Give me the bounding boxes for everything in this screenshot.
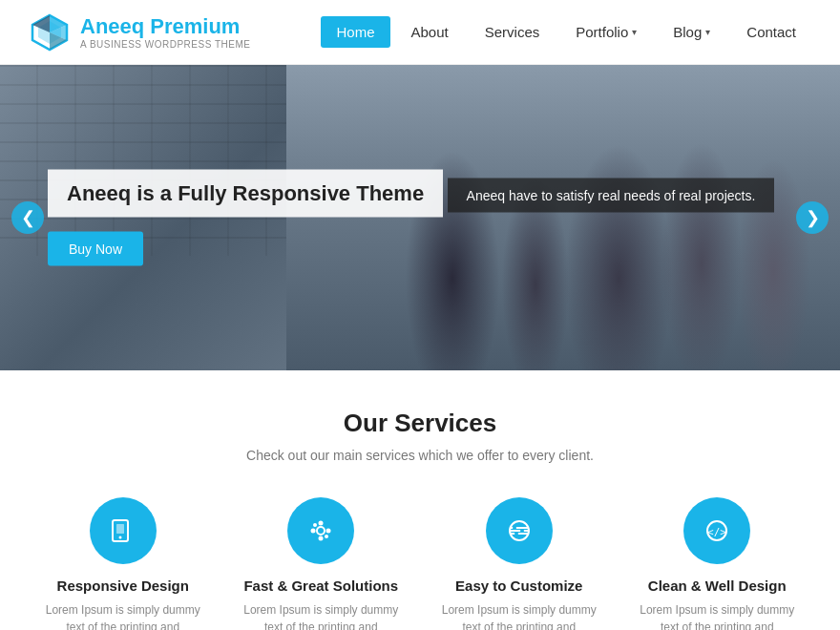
nav-contact[interactable]: Contact [731,16,811,48]
hero-slider: Aneeq is a Fully Responsive Theme Aneeq … [0,65,840,370]
service-card-responsive: Responsive Design Lorem Ipsum is simply … [29,497,218,630]
service-name-solutions: Fast & Great Solutions [243,578,398,594]
hero-title-box: Aneeq is a Fully Responsive Theme [48,170,443,218]
svg-point-12 [311,529,316,534]
svg-point-11 [319,536,324,541]
hero-subtitle-box: Aneeq have to satisfy real needs of real… [448,178,775,213]
logo-icon [29,11,71,53]
service-card-design: </> Clean & Well Design Lorem Ipsum is s… [623,497,812,630]
solutions-icon [287,497,354,564]
hero-content: Aneeq is a Fully Responsive Theme Aneeq … [48,170,840,266]
logo: AneeqPremium A Business Wordpress Theme [29,11,250,53]
service-desc-responsive: Lorem Ipsum is simply dummy text of the … [38,601,208,630]
slider-prev-icon: ❮ [21,207,35,228]
service-name-responsive: Responsive Design [57,578,189,594]
responsive-design-icon [90,497,157,564]
blog-dropdown-arrow: ▾ [705,27,710,37]
main-nav: Home About Services Portfolio ▾ Blog ▾ C… [321,16,811,48]
slider-prev-button[interactable]: ❮ [11,201,44,234]
nav-portfolio[interactable]: Portfolio ▾ [560,16,652,48]
service-card-customize: Easy to Customize Lorem Ipsum is simply … [425,497,614,630]
services-grid: Responsive Design Lorem Ipsum is simply … [29,497,811,630]
logo-tagline: A Business Wordpress Theme [80,39,250,50]
portfolio-dropdown-arrow: ▾ [632,27,637,37]
nav-services[interactable]: Services [470,16,556,48]
service-desc-design: Lorem Ipsum is simply dummy text of the … [633,601,803,630]
service-desc-customize: Lorem Ipsum is simply dummy text of the … [434,601,604,630]
svg-rect-8 [116,524,124,534]
service-name-design: Clean & Well Design [648,578,787,594]
svg-point-10 [319,521,324,526]
svg-point-22 [514,532,518,536]
hero-subtitle: Aneeq have to satisfy real needs of real… [467,188,756,203]
service-name-customize: Easy to Customize [455,578,582,594]
header: AneeqPremium A Business Wordpress Theme … [0,0,840,65]
customize-icon [486,497,553,564]
svg-point-14 [313,523,317,527]
logo-text: AneeqPremium A Business Wordpress Theme [80,14,250,50]
nav-about[interactable]: About [396,16,464,48]
nav-blog[interactable]: Blog ▾ [658,16,725,48]
services-section: Our Services Check out our main services… [0,370,840,630]
hero-title: Aneeq is a Fully Responsive Theme [67,181,424,206]
svg-point-20 [513,526,516,530]
svg-point-13 [326,529,331,534]
svg-point-7 [118,536,121,539]
services-subtitle: Check out our main services which we off… [29,448,811,463]
svg-point-15 [325,535,328,538]
svg-text:</>: </> [707,526,726,538]
svg-point-21 [520,529,524,533]
hero-buy-button[interactable]: Buy Now [48,232,143,266]
service-card-solutions: Fast & Great Solutions Lorem Ipsum is si… [227,497,416,630]
clean-design-icon: </> [683,497,750,564]
slider-next-button[interactable]: ❯ [796,201,829,234]
svg-point-9 [317,527,325,535]
logo-name: AneeqPremium [80,14,250,39]
slider-next-icon: ❯ [806,207,820,228]
service-desc-solutions: Lorem Ipsum is simply dummy text of the … [237,601,407,630]
nav-home[interactable]: Home [321,16,389,48]
services-title: Our Services [29,409,811,438]
